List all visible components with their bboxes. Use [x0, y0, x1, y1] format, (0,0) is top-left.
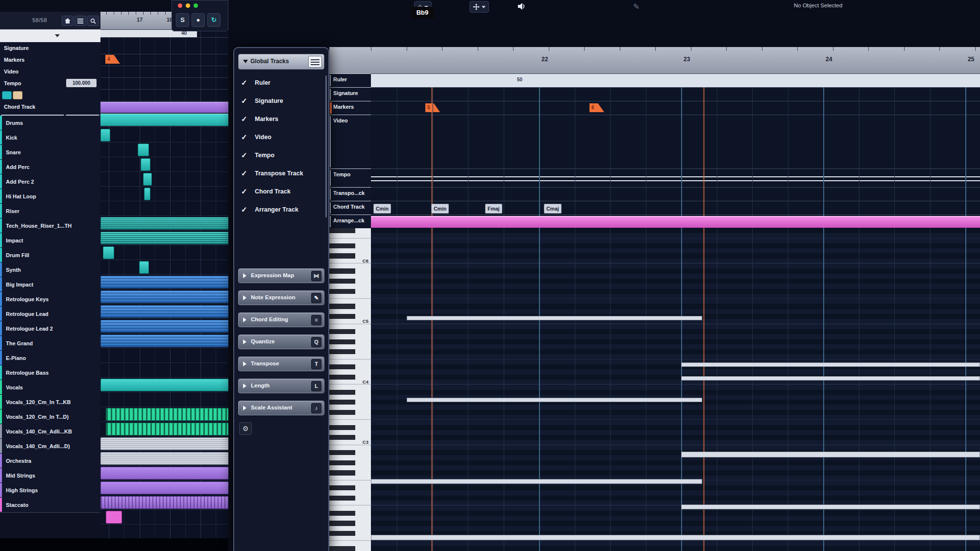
marker-flag[interactable]: 4	[105, 55, 120, 64]
midi-note[interactable]	[371, 479, 702, 484]
clip[interactable]	[141, 158, 150, 171]
piano-key[interactable]	[329, 339, 371, 344]
clip[interactable]	[100, 276, 230, 288]
clip[interactable]	[100, 481, 230, 494]
global-tracks-item[interactable]: ✓Video	[234, 129, 328, 147]
section-length[interactable]: LengthL	[238, 379, 324, 393]
track-row[interactable]: Riser	[0, 204, 100, 219]
global-tracks-item[interactable]: ✓Transpose Track	[234, 165, 328, 183]
chord-track-row[interactable]: Chord Track	[0, 101, 100, 113]
section-chord-editing[interactable]: Chord Editing≡	[238, 312, 324, 327]
piano-key[interactable]	[329, 400, 371, 405]
piano-key[interactable]	[329, 294, 371, 299]
clip[interactable]	[100, 290, 230, 303]
piano-key[interactable]	[329, 420, 371, 425]
piano-key[interactable]	[329, 274, 371, 279]
track-row[interactable]: Snare	[0, 145, 100, 160]
clip[interactable]	[100, 452, 230, 465]
clip[interactable]	[100, 217, 230, 230]
clip[interactable]	[100, 437, 230, 450]
piano-key[interactable]	[329, 541, 371, 546]
track-row[interactable]: Vocals_120_Cm_In T...D)	[0, 409, 100, 425]
piano-key[interactable]	[329, 465, 371, 470]
piano-key[interactable]	[329, 405, 371, 409]
track-row[interactable]: Drum Fill	[0, 248, 100, 263]
marker-flag[interactable]: 5	[425, 103, 440, 112]
clip[interactable]	[139, 261, 149, 274]
track-row[interactable]: Mid Strings	[0, 468, 100, 483]
piano-key[interactable]	[329, 455, 371, 460]
section-transpose[interactable]: TransposeT	[238, 357, 324, 371]
arranger-lane-content[interactable]	[371, 215, 980, 229]
piano-key[interactable]	[329, 450, 371, 455]
track-row[interactable]: Vocals_140_Cm_Adli...D)	[0, 439, 100, 454]
record-in-editor-button[interactable]: ●	[192, 13, 205, 27]
piano-key[interactable]	[329, 476, 371, 480]
piano-key[interactable]	[329, 264, 371, 268]
midi-note[interactable]	[681, 452, 980, 457]
clip[interactable]	[100, 496, 230, 509]
tempo-curve[interactable]	[371, 176, 980, 181]
clip[interactable]	[100, 305, 230, 318]
piano-key[interactable]: C4	[329, 380, 371, 384]
arranger-event-bar[interactable]	[371, 216, 980, 228]
piano-key[interactable]: C6	[329, 259, 371, 264]
piano-key[interactable]	[329, 430, 371, 435]
piano-key[interactable]	[329, 284, 371, 288]
midi-note[interactable]	[371, 535, 980, 540]
piano-key[interactable]	[329, 289, 371, 294]
global-tracks-item[interactable]: ✓Signature	[234, 93, 328, 111]
piano-key[interactable]	[329, 410, 371, 415]
autoscroll-button[interactable]: ↻	[207, 13, 220, 27]
piano-key[interactable]	[329, 521, 371, 526]
global-tracks-item[interactable]: ✓Arranger Track	[234, 201, 328, 219]
clip[interactable]	[103, 246, 114, 259]
piano-key[interactable]	[329, 239, 371, 243]
piano-key[interactable]	[329, 516, 371, 521]
clip[interactable]	[138, 144, 149, 156]
solo-editor-button[interactable]: S	[176, 13, 189, 27]
home-button[interactable]	[62, 16, 74, 26]
ruler-lane-content[interactable]: 50	[371, 73, 980, 88]
piano-key[interactable]	[329, 268, 371, 273]
signature-lane-content[interactable]	[371, 87, 980, 101]
track-row[interactable]: Retrologue Lead 2	[0, 321, 100, 336]
piano-key[interactable]	[329, 344, 371, 349]
tempo-value-field[interactable]: 100.000	[66, 79, 97, 87]
piano-key[interactable]	[329, 460, 371, 465]
track-visibility-dropdown[interactable]	[0, 29, 100, 43]
arranger-track-event[interactable]	[100, 114, 229, 126]
clip[interactable]	[100, 335, 230, 347]
piano-key[interactable]	[329, 490, 371, 495]
teal-badge-icon[interactable]	[2, 91, 12, 99]
track-row[interactable]: The Grand	[0, 336, 100, 351]
track-row[interactable]: Add Perc 2	[0, 174, 100, 190]
keyboard-display-icon[interactable]	[308, 56, 322, 68]
tempo-lane-content[interactable]	[371, 168, 980, 188]
global-tracks-item[interactable]: ✓Ruler	[234, 74, 328, 93]
midi-note[interactable]	[407, 398, 702, 402]
track-row[interactable]: Retrologue Keys	[0, 292, 100, 307]
video-track-row[interactable]: Video	[0, 66, 100, 78]
piano-key[interactable]	[329, 485, 371, 490]
track-row[interactable]: Synth	[0, 263, 100, 278]
zoom-window-icon[interactable]	[194, 3, 198, 8]
transpose-lane-content[interactable]	[371, 187, 980, 201]
section-scale-assistant[interactable]: Scale Assistant♪	[238, 401, 324, 415]
clip[interactable]	[144, 188, 150, 200]
piano-key[interactable]	[329, 505, 371, 510]
piano-key[interactable]	[329, 526, 371, 531]
midi-note[interactable]	[681, 362, 980, 367]
piano-key[interactable]	[329, 243, 371, 248]
piano-key[interactable]	[329, 536, 371, 541]
piano-key[interactable]	[329, 228, 371, 233]
piano-key[interactable]	[329, 369, 371, 374]
piano-key[interactable]	[329, 531, 371, 536]
global-tracks-header[interactable]: Global Tracks	[238, 54, 324, 70]
note-grid[interactable]	[371, 228, 980, 551]
editor-ruler[interactable]: 22232425	[329, 47, 980, 74]
track-row[interactable]: High Strings	[0, 483, 100, 498]
track-row[interactable]: Drums	[0, 116, 100, 131]
track-row[interactable]: Retrologue Bass	[0, 365, 100, 381]
track-row[interactable]: Vocals_140_Cm_Adli...KB	[0, 424, 100, 439]
